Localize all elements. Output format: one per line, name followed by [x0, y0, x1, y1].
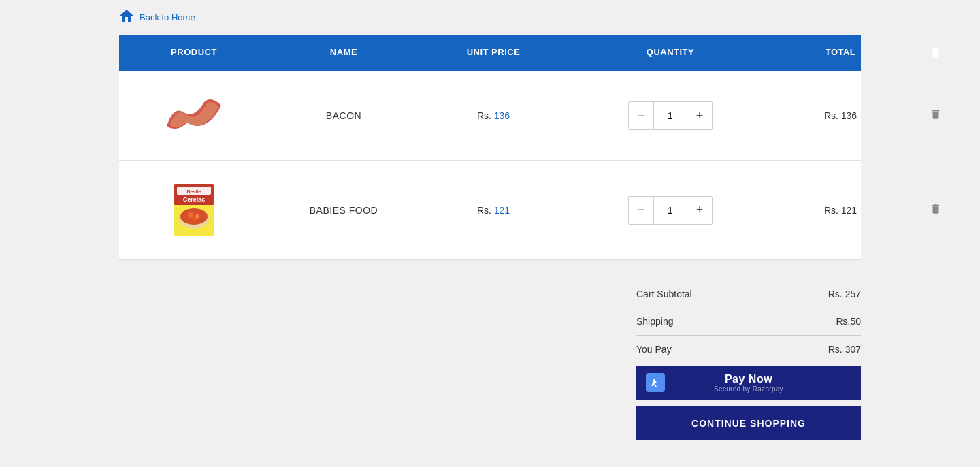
cart-table: PRODUCT NAME UNIT PRICE QUANTITY TOTAL B…	[119, 35, 861, 260]
bacon-total: Rs. 136	[772, 110, 909, 121]
summary-box: Cart Subtotal Rs. 257 Shipping Rs.50 You…	[636, 280, 861, 440]
bacon-unit-price: Rs. 136	[419, 110, 568, 121]
col-total: TOTAL	[772, 35, 909, 71]
shipping-label: Shipping	[636, 316, 674, 327]
subtotal-label: Cart Subtotal	[636, 289, 692, 300]
back-to-home-label: Back to Home	[140, 12, 195, 22]
babies-food-trash-icon	[930, 203, 942, 218]
you-pay-label: You Pay	[636, 344, 672, 355]
bacon-image	[160, 92, 228, 140]
babies-food-name: BABIES FOOD	[269, 205, 419, 216]
babies-food-total: Rs. 121	[772, 205, 909, 216]
you-pay-row: You Pay Rs. 307	[636, 336, 861, 366]
svg-point-6	[180, 208, 208, 225]
babies-food-qty-value: 1	[653, 197, 687, 224]
col-delete	[909, 35, 963, 71]
col-unit-price: UNIT PRICE	[419, 35, 568, 71]
shipping-value: Rs.50	[836, 316, 861, 327]
col-product: PRODUCT	[119, 35, 269, 71]
shipping-row: Shipping Rs.50	[636, 308, 861, 336]
bacon-increase-btn[interactable]: +	[687, 102, 712, 129]
svg-point-7	[188, 212, 193, 218]
babies-food-price-value: 121	[494, 205, 510, 216]
bacon-remove-btn[interactable]	[909, 108, 963, 123]
babies-food-unit-price: Rs. 121	[419, 205, 568, 216]
bacon-name: BACON	[269, 110, 419, 121]
col-name: NAME	[269, 35, 419, 71]
babies-food-decrease-btn[interactable]: −	[629, 197, 653, 224]
babies-food-remove-btn[interactable]	[909, 203, 963, 218]
bacon-price-value: 136	[494, 110, 510, 121]
back-to-home-link[interactable]: Back to Home	[0, 0, 980, 35]
pay-now-inner: Pay Now Secured by Razorpay	[714, 373, 783, 393]
continue-shopping-button[interactable]: CONTINUE SHOPPING	[636, 406, 861, 440]
bacon-trash-icon	[930, 108, 942, 123]
svg-point-9	[192, 217, 197, 222]
col-quantity: QUANTITY	[568, 35, 772, 71]
babies-food-image: Nestle Cerelac	[170, 181, 218, 239]
bacon-quantity-control: − 1 +	[568, 101, 772, 130]
babies-food-quantity-control: − 1 +	[568, 196, 772, 225]
pay-now-label: Pay Now	[725, 373, 772, 385]
pay-now-button[interactable]: Pay Now Secured by Razorpay	[636, 366, 861, 400]
bacon-decrease-btn[interactable]: −	[629, 102, 653, 129]
cart-row-babies-food: Nestle Cerelac BABIES FOOD Rs. 121 − 1 +	[119, 161, 861, 260]
cart-row-bacon: BACON Rs. 136 − 1 + Rs. 136	[119, 71, 861, 161]
razorpay-icon	[646, 373, 665, 392]
you-pay-value: Rs. 307	[828, 344, 861, 355]
secured-by-razorpay-label: Secured by Razorpay	[714, 385, 783, 393]
bacon-product-image	[119, 85, 269, 146]
babies-food-qty-box: − 1 +	[628, 196, 713, 225]
svg-text:Cerelac: Cerelac	[183, 196, 206, 203]
subtotal-row: Cart Subtotal Rs. 257	[636, 280, 861, 308]
svg-text:Nestle: Nestle	[186, 189, 201, 194]
summary-section: Cart Subtotal Rs. 257 Shipping Rs.50 You…	[0, 260, 980, 461]
bacon-qty-box: − 1 +	[628, 101, 713, 130]
subtotal-value: Rs. 257	[828, 289, 861, 300]
babies-food-product-image: Nestle Cerelac	[119, 174, 269, 246]
babies-food-increase-btn[interactable]: +	[687, 197, 712, 224]
cart-table-header: PRODUCT NAME UNIT PRICE QUANTITY TOTAL	[119, 35, 861, 71]
bacon-qty-value: 1	[653, 102, 687, 129]
home-icon	[119, 8, 134, 27]
